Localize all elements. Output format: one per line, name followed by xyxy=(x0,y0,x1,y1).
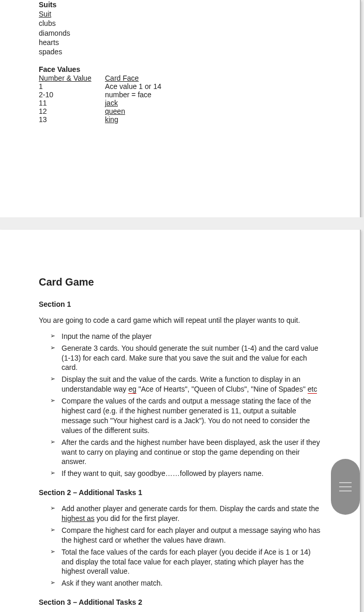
fv-face: number = face xyxy=(105,91,151,99)
face-values-heading: Face Values xyxy=(39,65,321,74)
list-item: Display the suit and the value of the ca… xyxy=(39,375,321,394)
fv-row: 1Ace value 1 or 14 xyxy=(39,82,321,91)
section3-heading: Section 3 – Additional Tasks 2 xyxy=(39,598,321,607)
list-item: Generate 3 cards. You should generate th… xyxy=(39,344,321,373)
suit-item: hearts xyxy=(39,38,321,47)
list-item: Add another player and generate cards fo… xyxy=(39,504,321,524)
fv-number: 11 xyxy=(39,99,105,107)
fv-body: 1Ace value 1 or 142-10number = face11jac… xyxy=(39,82,321,124)
list-item: Compare the values of the cards and outp… xyxy=(39,396,321,436)
list-item: If they want to quit, say goodbye……follo… xyxy=(39,469,321,479)
fv-col2-header: Card Face xyxy=(105,74,139,82)
fv-col1-header: Number & Value xyxy=(39,74,105,82)
page-title: Card Game xyxy=(39,276,321,288)
fv-number: 12 xyxy=(39,107,105,115)
page-2: Card Game Section 1 You are going to cod… xyxy=(0,230,361,612)
fv-row: 2-10number = face xyxy=(39,91,321,99)
section1-heading: Section 1 xyxy=(39,300,321,309)
suit-item: spades xyxy=(39,47,321,56)
list-item: Input the name of the player xyxy=(39,332,321,341)
suit-item: diamonds xyxy=(39,28,321,38)
document-viewport: Suits Suit clubs diamonds hearts spades … xyxy=(0,0,364,612)
hamburger-icon xyxy=(339,482,352,483)
list-item: Total the face values of the cards for e… xyxy=(39,547,321,577)
fv-face[interactable]: king xyxy=(105,115,118,124)
fv-row: 11jack xyxy=(39,99,321,107)
hamburger-icon xyxy=(339,490,352,491)
fv-number: 13 xyxy=(39,115,105,124)
fv-number: 2-10 xyxy=(39,91,105,99)
section2-heading: Section 2 – Additional Tasks 1 xyxy=(39,488,321,498)
list-item: Compare the highest card for each player… xyxy=(39,526,321,545)
list-item: After the cards and the highest number h… xyxy=(39,438,321,467)
section1-list: Input the name of the playerGenerate 3 c… xyxy=(39,332,321,479)
fv-face[interactable]: jack xyxy=(105,99,118,107)
page-gap xyxy=(0,217,364,230)
page-1: Suits Suit clubs diamonds hearts spades … xyxy=(0,0,361,217)
fv-face[interactable]: queen xyxy=(105,107,125,115)
menu-button[interactable] xyxy=(331,459,360,515)
fv-row: 13king xyxy=(39,115,321,124)
suits-heading: Suits xyxy=(39,0,321,9)
fv-row: 12queen xyxy=(39,107,321,115)
suit-col-header: Suit xyxy=(39,9,321,19)
list-item: Ask if they want another match. xyxy=(39,578,321,588)
section1-intro: You are going to code a card game which … xyxy=(39,316,321,325)
section2-list: Add another player and generate cards fo… xyxy=(39,504,321,588)
hamburger-icon xyxy=(339,486,352,487)
fv-number: 1 xyxy=(39,82,105,91)
fv-header-row: Number & Value Card Face xyxy=(39,74,321,82)
suit-item: clubs xyxy=(39,19,321,28)
fv-face: Ace value 1 or 14 xyxy=(105,82,161,91)
